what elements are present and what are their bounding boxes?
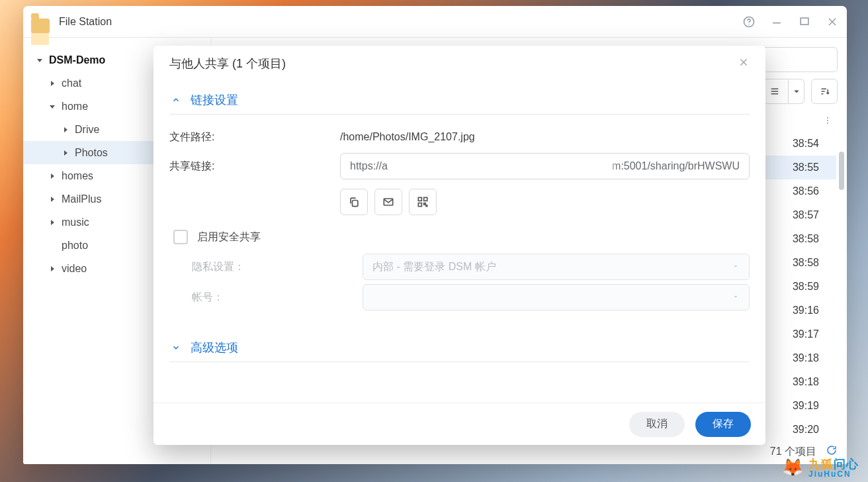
svg-rect-30 [424, 197, 427, 201]
privacy-value: 内部 - 需要登录 DSM 帐户 [372, 260, 732, 274]
svg-marker-35 [734, 296, 738, 298]
section-link-title: 链接设置 [191, 92, 238, 108]
chevron-down-icon [169, 341, 183, 354]
kebab-icon[interactable] [818, 115, 838, 126]
file-time: 39:16 [793, 305, 836, 316]
cancel-button[interactable]: 取消 [629, 412, 685, 437]
svg-point-24 [827, 122, 828, 124]
svg-rect-29 [418, 197, 421, 201]
tree-item-label: chat [62, 77, 81, 89]
section-advanced-title: 高级选项 [191, 340, 238, 356]
file-time: 38:58 [793, 233, 836, 245]
tree-item-label: photo [62, 240, 88, 252]
share-link-input[interactable]: https://a m:5001/sharing/brHWSWU [340, 153, 750, 179]
email-link-button[interactable] [374, 189, 402, 215]
svg-marker-7 [51, 81, 54, 86]
privacy-select: 内部 - 需要登录 DSM 帐户 [363, 254, 750, 280]
share-link-label: 共享链接: [169, 160, 340, 173]
secure-share-label: 启用安全共享 [197, 230, 261, 244]
window-controls [742, 15, 839, 28]
section-advanced[interactable]: 高级选项 [169, 333, 750, 362]
link-mask [400, 158, 612, 176]
chevron-right-icon[interactable] [47, 78, 58, 89]
svg-marker-10 [64, 150, 67, 156]
view-mode-dropdown[interactable] [789, 79, 804, 104]
svg-rect-33 [426, 205, 427, 207]
file-time: 38:54 [793, 138, 836, 150]
file-time: 39:20 [793, 424, 836, 436]
titlebar: File Station [23, 6, 847, 38]
svg-point-23 [827, 120, 828, 121]
chevron-right-icon[interactable] [60, 124, 71, 135]
app-icon [31, 13, 51, 30]
svg-marker-8 [50, 105, 55, 109]
svg-marker-12 [51, 197, 54, 202]
account-label: 帐号： [169, 291, 363, 305]
file-path-value: /home/Photos/IMG_2107.jpg [340, 131, 475, 143]
fox-icon: 🦊 [782, 458, 803, 478]
file-time: 38:56 [793, 185, 836, 197]
file-time: 38:59 [793, 281, 836, 293]
file-time: 38:57 [793, 209, 836, 221]
save-button[interactable]: 保存 [695, 412, 751, 437]
svg-marker-11 [51, 173, 54, 179]
file-time: 39:18 [793, 352, 836, 364]
chevron-right-icon[interactable] [47, 171, 58, 181]
chevron-down-icon [732, 261, 740, 273]
svg-marker-6 [37, 59, 42, 62]
file-time: 38:58 [793, 257, 836, 269]
chevron-right-icon[interactable] [47, 217, 58, 228]
file-time: 39:17 [793, 328, 836, 340]
sort-button[interactable] [811, 79, 838, 104]
tree-item-label: Drive [75, 124, 99, 136]
tree-item-label: video [62, 263, 87, 275]
app-window: File Station DSM-Demo chat home Drive Ph… [23, 6, 847, 464]
scrollbar-thumb[interactable] [839, 152, 844, 190]
tree-item-label: homes [62, 170, 93, 182]
chevron-right-icon[interactable] [47, 264, 58, 274]
dialog-title: 与他人共享 (1 个项目) [169, 56, 286, 72]
svg-point-1 [748, 24, 749, 24]
chevron-up-icon [169, 93, 183, 107]
svg-marker-18 [794, 91, 799, 93]
chevron-right-icon[interactable] [47, 194, 58, 205]
help-icon[interactable] [742, 15, 756, 28]
account-select [363, 284, 750, 311]
svg-marker-9 [64, 127, 67, 132]
scrollbar[interactable] [839, 132, 844, 439]
qrcode-button[interactable] [409, 189, 437, 215]
minimize-icon[interactable] [770, 15, 783, 28]
svg-rect-32 [424, 203, 426, 205]
maximize-icon[interactable] [798, 15, 811, 28]
svg-point-22 [827, 117, 828, 119]
tree-item-label: home [62, 101, 88, 113]
dialog-header: 与他人共享 (1 个项目) [153, 46, 765, 81]
close-icon[interactable] [826, 15, 839, 28]
file-time: 38:55 [793, 162, 836, 173]
svg-marker-13 [51, 220, 54, 225]
chevron-down-icon [732, 291, 740, 303]
chevron-right-icon[interactable] [60, 148, 71, 158]
file-time: 39:18 [793, 376, 836, 388]
tree-item-label: music [62, 217, 89, 228]
close-icon[interactable] [738, 56, 750, 72]
tree-item-label: Photos [75, 147, 108, 159]
svg-rect-27 [353, 201, 358, 207]
chevron-down-icon[interactable] [34, 55, 45, 66]
tree-item-label: MailPlus [62, 193, 101, 205]
watermark: 🦊 九狐问心 JiuHuCN [782, 458, 859, 478]
chevron-down-icon[interactable] [47, 101, 58, 112]
view-mode-group [761, 79, 804, 104]
svg-marker-14 [51, 266, 54, 271]
secure-share-checkbox[interactable] [173, 230, 188, 244]
section-link-settings[interactable]: 链接设置 [169, 85, 750, 115]
dialog-footer: 取消 保存 [153, 403, 765, 445]
privacy-label: 隐私设置： [169, 260, 363, 274]
share-link-prefix: https://a [350, 160, 388, 172]
svg-marker-34 [734, 265, 738, 267]
share-dialog: 与他人共享 (1 个项目) 链接设置 文件路径: /home/Photos/IM… [153, 46, 765, 445]
item-count: 71 个项目 [770, 445, 816, 459]
share-link-suffix: m:5001/sharing/brHWSWU [612, 160, 740, 172]
app-title: File Station [59, 16, 112, 28]
copy-link-button[interactable] [340, 189, 368, 215]
